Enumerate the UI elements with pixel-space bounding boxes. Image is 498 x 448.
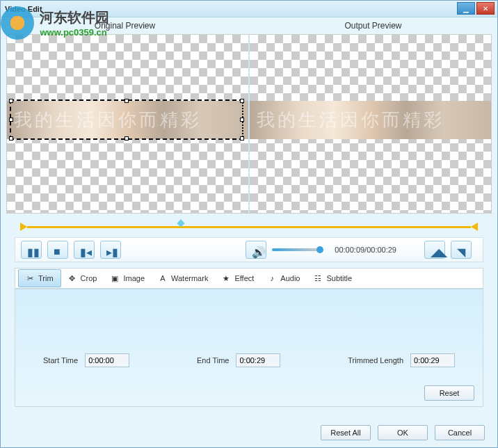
preview-area: 我的生活因你而精彩 我的生活因你而精彩 <box>6 34 492 214</box>
timeline-track[interactable] <box>27 226 471 228</box>
tab-label: Trim <box>38 274 54 282</box>
trim-panel: Start Time End Time Trimmed Length Reset <box>15 289 483 407</box>
crop-handle-bm[interactable] <box>124 136 129 141</box>
start-time-field: Start Time <box>43 353 129 367</box>
star-icon: ★ <box>222 274 230 282</box>
tab-subtitle[interactable]: ☷ Subtitle <box>307 269 359 287</box>
flip-vertical-button[interactable]: ◥ <box>451 241 472 259</box>
tab-label: Audio <box>280 274 300 282</box>
trim-start-marker[interactable] <box>20 223 27 231</box>
output-video-content: 我的生活因你而精彩 <box>250 101 491 139</box>
dialog-buttons: Reset All OK Cancel <box>321 425 485 440</box>
trimmed-length-label: Trimmed Length <box>348 356 403 365</box>
crop-handle-ml[interactable] <box>9 118 13 122</box>
window-controls: ▁ ✕ <box>457 2 495 15</box>
crop-handle-br[interactable] <box>240 136 244 141</box>
volume-slider[interactable] <box>272 248 321 251</box>
mark-out-button[interactable]: ▸▮ <box>100 241 121 259</box>
original-preview-label: Original Preview <box>1 21 249 31</box>
volume-control: 🔊 <box>246 241 321 259</box>
crop-handle-tl[interactable] <box>9 99 13 103</box>
trimmed-length-field: Trimmed Length <box>348 353 455 367</box>
output-preview-label: Output Preview <box>249 21 497 31</box>
image-icon: ▣ <box>111 274 119 282</box>
note-icon: ♪ <box>268 274 276 282</box>
stop-button[interactable]: ■ <box>47 241 68 259</box>
volume-thumb[interactable] <box>316 246 323 253</box>
scissors-icon: ✂ <box>26 274 34 282</box>
crop-handle-tr[interactable] <box>240 99 244 103</box>
start-time-input[interactable] <box>85 353 129 367</box>
original-preview-pane[interactable]: 我的生活因你而精彩 <box>7 35 248 213</box>
output-preview-pane: 我的生活因你而精彩 <box>250 35 491 213</box>
tab-crop[interactable]: ✥ Crop <box>61 269 104 287</box>
ok-button[interactable]: OK <box>378 425 428 440</box>
volume-icon[interactable]: 🔊 <box>246 241 266 259</box>
tab-label: Subtitle <box>326 274 352 282</box>
start-time-label: Start Time <box>43 356 78 365</box>
tab-label: Crop <box>81 274 97 282</box>
end-time-field: End Time <box>197 353 280 367</box>
tab-watermark[interactable]: A Watermark <box>152 269 215 287</box>
mark-in-button[interactable]: ▮◂ <box>74 241 95 259</box>
tab-audio[interactable]: ♪ Audio <box>261 269 307 287</box>
tab-image[interactable]: ▣ Image <box>104 269 152 287</box>
tab-label: Effect <box>234 274 254 282</box>
time-display: 00:00:09/00:00:29 <box>335 246 396 254</box>
font-icon: A <box>159 274 167 282</box>
playhead[interactable] <box>176 221 186 230</box>
titlebar: Video Edit ▁ ✕ <box>1 1 497 17</box>
trim-end-marker[interactable] <box>471 223 478 231</box>
reset-all-button[interactable]: Reset All <box>321 425 371 440</box>
crop-handle-mr[interactable] <box>240 118 244 122</box>
end-time-input[interactable] <box>236 353 280 367</box>
edit-tabs: ✂ Trim ✥ Crop ▣ Image A Watermark ★ Effe… <box>15 268 483 289</box>
playback-controls: ▮▮ ■ ▮◂ ▸▮ 🔊 00:00:09/00:00:29 ◢◣ ◥ <box>15 237 483 262</box>
tab-trim[interactable]: ✂ Trim <box>18 269 61 287</box>
minimize-button[interactable]: ▁ <box>457 2 475 15</box>
reset-button[interactable]: Reset <box>424 385 474 401</box>
pause-button[interactable]: ▮▮ <box>21 241 42 259</box>
close-button[interactable]: ✕ <box>476 2 495 15</box>
trimmed-length-input[interactable] <box>410 353 455 367</box>
timeline[interactable] <box>15 222 483 232</box>
video-edit-window: Video Edit ▁ ✕ 河东软件园 www.pc0359.cn Origi… <box>0 0 498 448</box>
flip-horizontal-button[interactable]: ◢◣ <box>424 241 445 259</box>
end-time-label: End Time <box>197 356 229 365</box>
tab-effect[interactable]: ★ Effect <box>215 269 261 287</box>
trim-fields: Start Time End Time Trimmed Length <box>43 353 455 367</box>
crop-icon: ✥ <box>68 274 77 282</box>
preview-labels: Original Preview Output Preview <box>1 17 497 34</box>
tab-label: Watermark <box>171 274 208 282</box>
tab-label: Image <box>123 274 145 282</box>
subtitle-icon: ☷ <box>314 274 322 282</box>
crop-selection[interactable] <box>10 99 243 140</box>
cancel-button[interactable]: Cancel <box>435 425 485 440</box>
crop-handle-bl[interactable] <box>9 136 13 141</box>
window-title: Video Edit <box>5 5 42 13</box>
crop-handle-tm[interactable] <box>124 99 129 103</box>
